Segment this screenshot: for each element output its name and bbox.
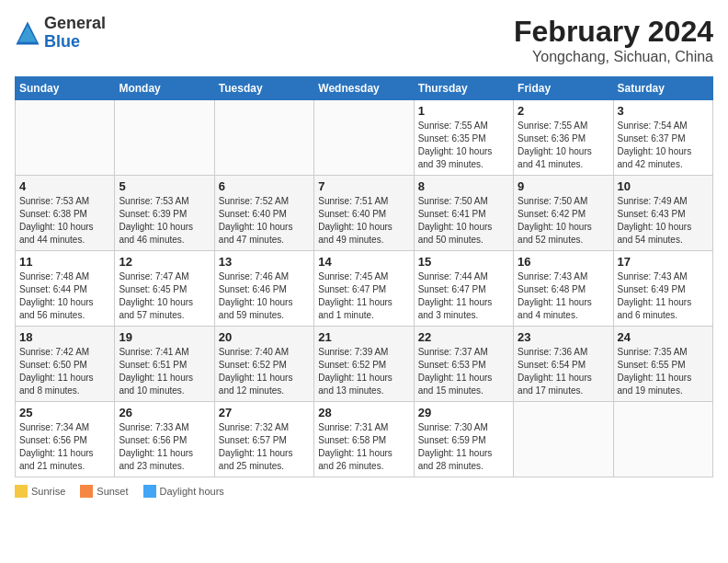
day-number: 1 xyxy=(418,104,509,118)
day-number: 24 xyxy=(618,330,709,344)
day-detail: Sunrise: 7:31 AM Sunset: 6:58 PM Dayligh… xyxy=(318,421,409,473)
svg-marker-1 xyxy=(18,25,37,41)
calendar-cell: 3Sunrise: 7:54 AM Sunset: 6:37 PM Daylig… xyxy=(613,100,712,176)
sunrise-label: Sunrise xyxy=(31,486,65,497)
day-number: 14 xyxy=(318,255,409,269)
day-number: 11 xyxy=(19,255,110,269)
day-number: 17 xyxy=(618,255,709,269)
calendar-cell: 15Sunrise: 7:44 AM Sunset: 6:47 PM Dayli… xyxy=(414,251,513,327)
day-detail: Sunrise: 7:50 AM Sunset: 6:41 PM Dayligh… xyxy=(418,195,509,247)
day-detail: Sunrise: 7:54 AM Sunset: 6:37 PM Dayligh… xyxy=(618,120,709,171)
calendar-cell: 23Sunrise: 7:36 AM Sunset: 6:54 PM Dayli… xyxy=(514,327,613,402)
day-number: 27 xyxy=(219,406,310,419)
day-detail: Sunrise: 7:30 AM Sunset: 6:59 PM Dayligh… xyxy=(418,421,509,473)
day-number: 28 xyxy=(318,406,409,419)
calendar-cell: 28Sunrise: 7:31 AM Sunset: 6:58 PM Dayli… xyxy=(314,402,414,477)
month-year-title: February 2024 xyxy=(514,15,713,49)
day-detail: Sunrise: 7:47 AM Sunset: 6:45 PM Dayligh… xyxy=(119,270,210,322)
calendar-week-4: 25Sunrise: 7:34 AM Sunset: 6:56 PM Dayli… xyxy=(16,402,713,477)
calendar-week-3: 18Sunrise: 7:42 AM Sunset: 6:50 PM Dayli… xyxy=(16,327,713,402)
calendar-footer: Sunrise Sunset Daylight hours xyxy=(15,485,713,498)
day-number: 22 xyxy=(418,330,509,344)
day-number: 9 xyxy=(518,179,609,193)
col-friday: Friday xyxy=(514,77,613,100)
day-detail: Sunrise: 7:39 AM Sunset: 6:52 PM Dayligh… xyxy=(318,346,409,397)
calendar-cell: 18Sunrise: 7:42 AM Sunset: 6:50 PM Dayli… xyxy=(16,327,115,402)
calendar-cell: 14Sunrise: 7:45 AM Sunset: 6:47 PM Dayli… xyxy=(314,251,414,327)
day-number: 10 xyxy=(618,179,709,193)
day-detail: Sunrise: 7:49 AM Sunset: 6:43 PM Dayligh… xyxy=(618,195,709,247)
calendar-cell: 17Sunrise: 7:43 AM Sunset: 6:49 PM Dayli… xyxy=(613,251,712,327)
day-detail: Sunrise: 7:55 AM Sunset: 6:36 PM Dayligh… xyxy=(518,120,609,171)
day-number: 6 xyxy=(219,179,310,193)
day-number: 18 xyxy=(19,330,110,344)
day-number: 2 xyxy=(518,104,609,118)
day-detail: Sunrise: 7:45 AM Sunset: 6:47 PM Dayligh… xyxy=(318,270,409,322)
day-detail: Sunrise: 7:53 AM Sunset: 6:39 PM Dayligh… xyxy=(119,195,210,247)
day-number: 29 xyxy=(418,406,509,419)
calendar-cell xyxy=(314,100,414,176)
calendar-cell xyxy=(613,402,712,477)
day-number: 12 xyxy=(119,255,210,269)
calendar-cell: 20Sunrise: 7:40 AM Sunset: 6:52 PM Dayli… xyxy=(214,327,313,402)
calendar-cell: 1Sunrise: 7:55 AM Sunset: 6:35 PM Daylig… xyxy=(414,100,513,176)
day-detail: Sunrise: 7:32 AM Sunset: 6:57 PM Dayligh… xyxy=(219,421,310,473)
sunset-swatch xyxy=(80,485,93,498)
day-number: 5 xyxy=(119,179,210,193)
day-detail: Sunrise: 7:43 AM Sunset: 6:49 PM Dayligh… xyxy=(618,270,709,322)
sunset-legend: Sunset xyxy=(80,485,128,498)
calendar-cell: 2Sunrise: 7:55 AM Sunset: 6:36 PM Daylig… xyxy=(514,100,613,176)
calendar-cell: 9Sunrise: 7:50 AM Sunset: 6:42 PM Daylig… xyxy=(514,176,613,251)
day-number: 16 xyxy=(518,255,609,269)
day-detail: Sunrise: 7:44 AM Sunset: 6:47 PM Dayligh… xyxy=(418,270,509,322)
day-number: 25 xyxy=(19,406,110,419)
days-of-week-row: Sunday Monday Tuesday Wednesday Thursday… xyxy=(16,77,713,100)
page-header: General Blue February 2024 Yongchang, Si… xyxy=(15,15,713,65)
day-detail: Sunrise: 7:35 AM Sunset: 6:55 PM Dayligh… xyxy=(618,346,709,397)
calendar-week-2: 11Sunrise: 7:48 AM Sunset: 6:44 PM Dayli… xyxy=(16,251,713,327)
day-number: 3 xyxy=(618,104,709,118)
calendar-cell xyxy=(115,100,214,176)
daylight-label: Daylight hours xyxy=(160,486,224,497)
daylight-swatch xyxy=(143,485,156,498)
col-sunday: Sunday xyxy=(16,77,115,100)
calendar-week-0: 1Sunrise: 7:55 AM Sunset: 6:35 PM Daylig… xyxy=(16,100,713,176)
day-number: 23 xyxy=(518,330,609,344)
calendar-header: Sunday Monday Tuesday Wednesday Thursday… xyxy=(16,77,713,100)
day-detail: Sunrise: 7:52 AM Sunset: 6:40 PM Dayligh… xyxy=(219,195,310,247)
day-number: 7 xyxy=(318,179,409,193)
calendar-cell: 24Sunrise: 7:35 AM Sunset: 6:55 PM Dayli… xyxy=(613,327,712,402)
col-saturday: Saturday xyxy=(613,77,712,100)
calendar-cell xyxy=(214,100,313,176)
day-number: 19 xyxy=(119,330,210,344)
day-detail: Sunrise: 7:53 AM Sunset: 6:38 PM Dayligh… xyxy=(19,195,110,247)
sunset-label: Sunset xyxy=(97,486,128,497)
calendar-cell: 25Sunrise: 7:34 AM Sunset: 6:56 PM Dayli… xyxy=(16,402,115,477)
daylight-legend: Daylight hours xyxy=(143,485,224,498)
day-detail: Sunrise: 7:42 AM Sunset: 6:50 PM Dayligh… xyxy=(19,346,110,397)
col-tuesday: Tuesday xyxy=(214,77,313,100)
day-number: 20 xyxy=(219,330,310,344)
day-detail: Sunrise: 7:37 AM Sunset: 6:53 PM Dayligh… xyxy=(418,346,509,397)
location-subtitle: Yongchang, Sichuan, China xyxy=(514,49,713,65)
calendar-cell xyxy=(16,100,115,176)
calendar-cell: 12Sunrise: 7:47 AM Sunset: 6:45 PM Dayli… xyxy=(115,251,214,327)
day-detail: Sunrise: 7:34 AM Sunset: 6:56 PM Dayligh… xyxy=(19,421,110,473)
day-number: 8 xyxy=(418,179,509,193)
logo-icon xyxy=(15,20,40,46)
day-number: 26 xyxy=(119,406,210,419)
col-wednesday: Wednesday xyxy=(314,77,414,100)
day-detail: Sunrise: 7:50 AM Sunset: 6:42 PM Dayligh… xyxy=(518,195,609,247)
day-detail: Sunrise: 7:33 AM Sunset: 6:56 PM Dayligh… xyxy=(119,421,210,473)
day-detail: Sunrise: 7:51 AM Sunset: 6:40 PM Dayligh… xyxy=(318,195,409,247)
day-detail: Sunrise: 7:46 AM Sunset: 6:46 PM Dayligh… xyxy=(219,270,310,322)
calendar-table: Sunday Monday Tuesday Wednesday Thursday… xyxy=(15,76,713,477)
day-detail: Sunrise: 7:41 AM Sunset: 6:51 PM Dayligh… xyxy=(119,346,210,397)
day-number: 13 xyxy=(219,255,310,269)
day-detail: Sunrise: 7:36 AM Sunset: 6:54 PM Dayligh… xyxy=(518,346,609,397)
calendar-cell: 4Sunrise: 7:53 AM Sunset: 6:38 PM Daylig… xyxy=(16,176,115,251)
day-number: 21 xyxy=(318,330,409,344)
calendar-cell: 21Sunrise: 7:39 AM Sunset: 6:52 PM Dayli… xyxy=(314,327,414,402)
calendar-cell: 29Sunrise: 7:30 AM Sunset: 6:59 PM Dayli… xyxy=(414,402,513,477)
day-number: 4 xyxy=(19,179,110,193)
